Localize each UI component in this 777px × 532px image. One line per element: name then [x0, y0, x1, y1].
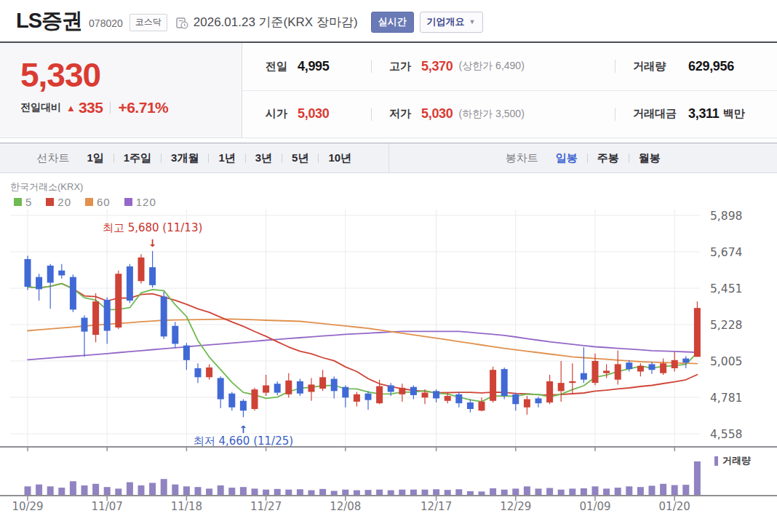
svg-text:10/29: 10/29	[12, 500, 43, 513]
low-value: 5,030	[421, 106, 453, 122]
chart-canvas: 5,8985,6745,4515,2285,0054,7814,55810/29…	[0, 173, 777, 532]
tab-1week[interactable]: 1주일	[124, 151, 151, 165]
tab-separator	[161, 154, 162, 163]
up-triangle-icon: ▲	[66, 103, 76, 114]
chart-tabbar: 선차트 1일 1주일 3개월 1년 3년 5년 10년 봉차트 일봉 주봉 월봉	[0, 143, 777, 173]
tab-daily[interactable]: 일봉	[556, 151, 578, 165]
change-percent: +6.71%	[118, 99, 168, 116]
change-label: 전일대비	[20, 101, 61, 114]
high-price-cell: 고가 5,370 (상한가 6,490)	[371, 59, 615, 74]
ma60-legend-item: 60	[85, 196, 111, 208]
prev-close-label: 전일	[266, 60, 287, 74]
candle-chart-group-label: 봉차트	[506, 151, 538, 165]
svg-text:5,898: 5,898	[710, 210, 742, 223]
ma20-legend-item: 20	[46, 196, 71, 208]
svg-text:5,451: 5,451	[710, 282, 742, 295]
trade-amount-label: 거래대금	[633, 107, 678, 121]
open-price-cell: 시가 5,030	[242, 106, 371, 122]
svg-text:5,005: 5,005	[710, 355, 742, 368]
tab-separator	[629, 154, 629, 163]
line-chart-tabs: 선차트 1일 1주일 3개월 1년 3년 5년 10년	[0, 143, 389, 172]
stock-code: 078020	[89, 17, 123, 29]
prev-close-cell: 전일 4,995	[242, 59, 371, 74]
trade-amount-unit: 백만	[723, 107, 745, 121]
current-price: 5,330	[20, 57, 242, 92]
low-price-cell: 저가 5,030 (하한가 3,500)	[371, 106, 615, 122]
tab-separator	[245, 154, 246, 163]
tab-10year[interactable]: 10년	[328, 151, 351, 165]
svg-text:최저 4,660 (11/25): 최저 4,660 (11/25)	[194, 434, 293, 448]
quote-strip: 5,330 전일대비 ▲ 335 +6.71% 전일 4,995 고가 5,37…	[0, 41, 777, 138]
tab-separator	[113, 154, 114, 163]
clock-icon	[176, 17, 188, 29]
low-label: 저가	[389, 107, 411, 121]
open-value: 5,030	[298, 106, 330, 122]
quote-date: 2026.01.23 기준(KRX 장마감)	[194, 14, 358, 31]
cell-divider	[371, 108, 372, 121]
line-chart-group-label: 선차트	[36, 151, 69, 165]
ma120-legend-item: 120	[124, 196, 156, 208]
candlestick-chart: 한국거래소(KRX) 5 20 60 120 거래량 5,8985,6745,4…	[0, 173, 777, 532]
chart-source-label: 한국거래소(KRX)	[10, 180, 83, 194]
svg-text:11/27: 11/27	[250, 500, 282, 513]
open-label: 시가	[266, 107, 287, 121]
cell-divider	[615, 108, 615, 121]
tab-separator	[587, 154, 588, 163]
stock-title: LS증권	[16, 7, 82, 36]
tab-weekly[interactable]: 주봉	[597, 151, 619, 165]
prev-close-value: 4,995	[298, 59, 330, 74]
ma60-swatch-icon	[85, 198, 93, 206]
svg-text:12/17: 12/17	[421, 500, 452, 513]
trade-amount-value: 3,311	[688, 106, 720, 122]
svg-text:↓: ↓	[148, 237, 157, 249]
table-row: 전일 4,995 고가 5,370 (상한가 6,490) 거래량 629,95…	[242, 43, 777, 91]
tab-1day[interactable]: 1일	[87, 151, 103, 165]
svg-text:↑: ↑	[239, 424, 248, 435]
volume-label: 거래량	[633, 60, 678, 74]
realtime-button[interactable]: 실시간	[371, 12, 414, 33]
svg-text:최고 5,680 (11/13): 최고 5,680 (11/13)	[103, 221, 202, 234]
candle-chart-tabs: 봉차트 일봉 주봉 월봉	[389, 143, 777, 172]
volume-value: 629,956	[688, 59, 734, 74]
trade-amount-cell: 거래대금 3,311 백만	[615, 106, 777, 122]
tab-1year[interactable]: 1년	[218, 151, 235, 165]
company-overview-button[interactable]: 기업개요 ▼	[420, 12, 483, 33]
tab-3month[interactable]: 3개월	[171, 151, 199, 165]
svg-text:12/29: 12/29	[500, 500, 531, 513]
svg-text:12/08: 12/08	[330, 500, 361, 513]
volume-cell: 거래량 629,956	[615, 59, 777, 74]
svg-text:01/20: 01/20	[659, 500, 690, 513]
page-header: LS증권 078020 코스닥 2026.01.23 기준(KRX 장마감) 실…	[0, 0, 777, 41]
company-overview-label: 기업개요	[427, 15, 465, 28]
tab-separator	[282, 154, 282, 163]
tab-monthly[interactable]: 월봉	[639, 151, 661, 165]
svg-text:4,781: 4,781	[710, 392, 742, 405]
upper-limit: (상한가 6,490)	[459, 60, 525, 73]
change-divider	[110, 102, 111, 114]
ma-legend: 5 20 60 120	[14, 196, 170, 208]
current-price-block: 5,330 전일대비 ▲ 335 +6.71%	[0, 43, 242, 138]
chevron-down-icon: ▼	[469, 18, 476, 25]
price-change-row: 전일대비 ▲ 335 +6.71%	[20, 99, 242, 116]
quote-table: 전일 4,995 고가 5,370 (상한가 6,490) 거래량 629,95…	[242, 43, 777, 138]
tab-separator	[318, 154, 319, 163]
cell-divider	[371, 60, 372, 73]
ma5-legend-item: 5	[14, 196, 32, 208]
tab-separator	[208, 154, 209, 163]
table-row: 시가 5,030 저가 5,030 (하한가 3,500) 거래대금 3,311…	[242, 91, 777, 138]
high-value: 5,370	[421, 59, 453, 74]
tab-3year[interactable]: 3년	[255, 151, 272, 165]
change-value: 335	[79, 99, 103, 116]
volume-swatch-icon	[714, 456, 718, 466]
lower-limit: (하한가 3,500)	[459, 108, 525, 121]
ma120-swatch-icon	[124, 198, 132, 206]
svg-text:11/18: 11/18	[171, 500, 202, 513]
volume-legend: 거래량	[714, 454, 751, 467]
market-badge: 코스닥	[130, 14, 167, 31]
high-label: 고가	[389, 60, 411, 74]
tab-5year[interactable]: 5년	[292, 151, 308, 165]
svg-text:11/07: 11/07	[92, 500, 123, 513]
svg-text:5,228: 5,228	[710, 319, 742, 332]
ma20-swatch-icon	[46, 198, 54, 206]
svg-text:5,674: 5,674	[710, 246, 742, 259]
